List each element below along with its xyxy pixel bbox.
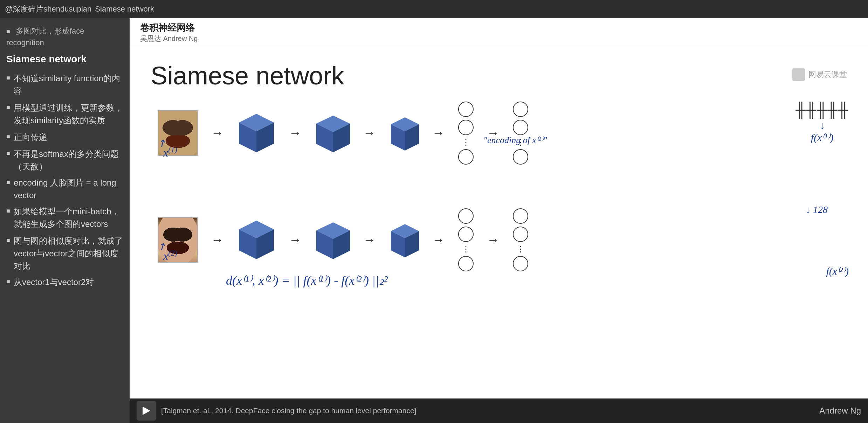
watermark-text: 网易云课堂	[808, 69, 847, 80]
course-header: 卷积神经网络 吴恩达 Andrew Ng	[130, 18, 868, 47]
bullet-icon: ■	[6, 277, 10, 286]
slide-area: Siamese network 网易云课堂 →	[130, 47, 868, 398]
list-item: ■ 从vector1与vector2对	[6, 276, 123, 289]
top-title: Siamese network	[95, 5, 154, 14]
bullet-icon: ■	[6, 132, 10, 141]
sidebar: ■ 多图对比，形成face recognition Siamese networ…	[0, 18, 130, 423]
top-bar: @深度碎片shendusupian Siamese network	[0, 0, 868, 18]
list-item: ■ 用模型通过训练，更新参数，发现similarity函数的实质	[6, 102, 123, 127]
play-icon	[143, 407, 150, 415]
nn-dots: ⋮	[462, 245, 470, 253]
list-item: ■ encoding 人脸图片 = a long vector	[6, 176, 123, 202]
nn-column-4: ⋮	[513, 208, 528, 271]
nn-node	[513, 102, 528, 117]
nn-node	[513, 208, 528, 224]
bullet-icon: ■	[6, 206, 10, 216]
fx1-label: ╫╫╫╫╫ ↓ f(x⁽¹⁾)	[795, 102, 849, 144]
nn-column-1: ⋮	[458, 102, 474, 165]
nested-list: ■ 不再是softmax的多分类问题（天敌） ■ encoding 人脸图片 =…	[6, 148, 123, 202]
nn-node	[458, 120, 474, 135]
sidebar-list: ■ 不知道similarity function的内容 ■ 用模型通过训练，更新…	[6, 72, 123, 289]
list-item: ■ 正向传递	[6, 131, 123, 144]
bullet-icon: ■	[6, 28, 10, 35]
fx2-label: f(x⁽²⁾)	[826, 265, 849, 277]
watermark: 网易云课堂	[792, 68, 847, 81]
network-row-top: → → →	[158, 102, 528, 165]
arrow-8: →	[363, 233, 376, 247]
bullet-icon: ■	[6, 103, 10, 112]
list-item: ■ 不再是softmax的多分类问题（天敌）	[6, 148, 123, 173]
content-area: 卷积神经网络 吴恩达 Andrew Ng Siamese network 网易云…	[130, 18, 868, 423]
arrow-1: →	[211, 126, 224, 140]
list-item: ■ 如果给模型一个mini-batch，就能生成多个图的vectors	[6, 205, 123, 230]
bullet-icon: ■	[6, 178, 10, 187]
nn-node	[513, 227, 528, 242]
dim-128-label: ↓ 128	[806, 204, 828, 215]
nn-node	[458, 208, 474, 224]
arrow-6: →	[211, 233, 224, 247]
channel-label: @深度碎片shendusupian	[5, 4, 91, 14]
encoding-label: "encoding of x⁽¹⁾"	[483, 135, 547, 146]
nn-node	[458, 256, 474, 271]
nn-column-3: ⋮	[458, 208, 474, 271]
arrow-4: →	[432, 126, 445, 140]
cube-1	[237, 112, 276, 154]
formula: d(x⁽¹⁾, x⁽²⁾) = || f(x⁽¹⁾) - f(x⁽²⁾) ||₂…	[226, 273, 388, 288]
bullet-icon: ■	[6, 149, 10, 158]
arrow-9: →	[432, 233, 445, 247]
nn-node	[513, 149, 528, 165]
cube-6	[389, 222, 419, 257]
bottom-bar: [Taigman et. al., 2014. DeepFace closing…	[130, 398, 868, 423]
nn-node	[458, 227, 474, 242]
nested-list-2: ■ 图与图的相似度对比，就成了vector与vector之间的相似度对比 ■ 从…	[6, 235, 123, 289]
list-item: ■ 图与图的相似度对比，就成了vector与vector之间的相似度对比	[6, 235, 123, 272]
nn-column-2: ⋮	[513, 102, 528, 165]
nn-node	[458, 149, 474, 165]
arrow-3: →	[363, 126, 376, 140]
cube-5	[315, 221, 350, 259]
watermark-icon	[792, 68, 805, 81]
network-row-bottom: → → →	[158, 208, 528, 271]
nn-dots: ⋮	[516, 245, 525, 253]
arrow-10: →	[487, 233, 500, 247]
bullet-icon: ■	[6, 73, 10, 83]
citation-text: [Taigman et. al., 2014. DeepFace closing…	[161, 407, 814, 415]
author-text: Andrew Ng	[819, 406, 861, 416]
bullet-icon: ■	[6, 236, 10, 245]
arrow-7: →	[289, 233, 302, 247]
nn-node	[513, 120, 528, 135]
course-title: 卷积神经网络	[140, 22, 857, 34]
course-subtitle: 吴恩达 Andrew Ng	[140, 34, 857, 43]
main-layout: ■ 多图对比，形成face recognition Siamese networ…	[0, 18, 868, 423]
list-item: ■ 不知道similarity function的内容	[6, 72, 123, 97]
play-button[interactable]	[137, 401, 156, 421]
arrow-2: →	[289, 126, 302, 140]
sidebar-title: Siamese network	[6, 52, 123, 67]
nn-node	[458, 102, 474, 117]
nn-dots: ⋮	[462, 138, 470, 146]
cube-2	[315, 114, 350, 152]
cube-4	[237, 219, 276, 261]
sidebar-prev-item: ■ 多图对比，形成face recognition	[6, 25, 123, 48]
cube-3	[389, 116, 419, 151]
nn-node	[513, 256, 528, 271]
slide-title: Siamese network	[151, 61, 344, 90]
